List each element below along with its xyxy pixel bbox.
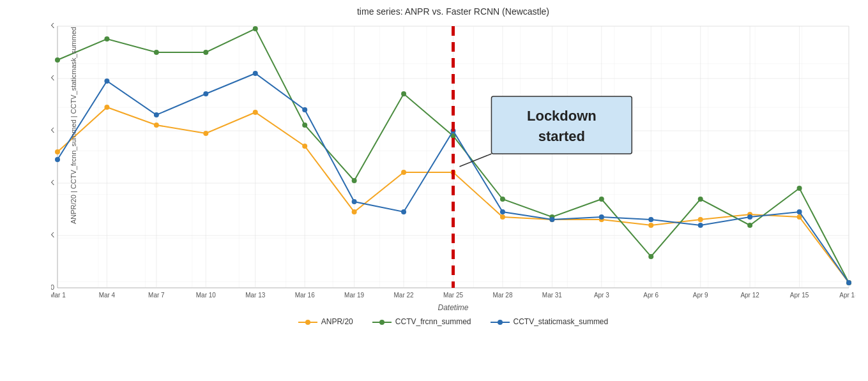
frcnn-dot [302,123,307,128]
anpr-dot [203,131,208,136]
svg-text:Mar 31: Mar 31 [542,292,563,299]
staticmask-dot [55,157,60,162]
frcnn-dot [352,178,357,183]
staticmask-dot [698,223,703,228]
frcnn-dot [55,57,60,63]
staticmask-dot [500,209,505,214]
svg-text:2K: 2K [51,179,55,186]
svg-text:Mar 10: Mar 10 [196,292,217,299]
svg-text:Apr 6: Apr 6 [643,292,659,299]
legend-label-staticmask: CCTV_staticmask_summed [514,317,609,326]
staticmask-dot [352,199,357,204]
anpr-dot [253,110,258,115]
staticmask-dot [599,214,604,220]
anpr-dot [302,144,307,149]
frcnn-dot [500,197,505,202]
svg-text:3K: 3K [51,126,55,134]
staticmask-dot [747,214,752,220]
frcnn-dot [154,50,159,55]
svg-text:Apr 18: Apr 18 [839,292,855,299]
annotation-text-line2: started [538,128,585,144]
frcnn-dot [253,26,258,31]
annotation-text-line1: Lockdown [527,108,597,124]
svg-text:4K: 4K [51,74,55,82]
chart-svg: 0 1K 2K 3K 4K 5K Mar 1 Mar 4 Mar 7 Mar 1… [51,20,855,301]
svg-text:Apr 3: Apr 3 [594,292,609,299]
legend: ANPR/20 CCTV_frcnn_summed CCTV_staticmas… [51,317,855,326]
frcnn-dot [747,223,752,228]
staticmask-dot [253,71,258,76]
svg-text:Mar 4: Mar 4 [99,292,116,299]
svg-text:0: 0 [51,283,54,291]
svg-text:Apr 15: Apr 15 [790,292,809,299]
anpr-dot [500,214,505,220]
staticmask-dot [648,217,653,222]
legend-line-anpr [298,322,317,323]
staticmask-dot [203,91,208,96]
anpr-dot [154,123,159,128]
svg-text:1K: 1K [51,231,55,239]
frcnn-dot [203,50,208,55]
staticmask-dot [401,209,406,214]
svg-text:Mar 28: Mar 28 [492,292,513,299]
anpr-dot [104,105,109,110]
legend-line-frcnn [372,322,392,323]
staticmask-dot [797,209,802,214]
svg-text:Mar 22: Mar 22 [394,292,415,299]
svg-text:Apr 12: Apr 12 [740,292,759,299]
staticmask-dot [549,217,554,222]
staticmask-dot [302,107,307,112]
frcnn-dot [599,197,604,202]
legend-item-anpr: ANPR/20 [298,317,353,326]
staticmask-dot [104,78,109,84]
chart-area: ANPR/20 | CCTV_frcnn_summed | CCTV_stati… [51,20,855,301]
chart-title: time series: ANPR vs. Faster RCNN (Newca… [51,6,855,17]
legend-label-frcnn: CCTV_frcnn_summed [395,317,471,326]
chart-container: time series: ANPR vs. Faster RCNN (Newca… [0,0,868,381]
svg-text:Mar 25: Mar 25 [443,292,464,299]
svg-text:Mar 1: Mar 1 [51,292,66,299]
anpr-dot [648,223,653,228]
legend-label-anpr: ANPR/20 [321,317,353,326]
legend-item-frcnn: CCTV_frcnn_summed [372,317,471,326]
svg-text:Apr 9: Apr 9 [693,292,708,299]
legend-item-staticmask: CCTV_staticmask_summed [491,317,609,326]
frcnn-dot [648,254,653,259]
frcnn-dot [698,197,703,202]
frcnn-dot [104,36,109,41]
y-axis-label: ANPR/20 | CCTV_frcnn_summed | CCTV_stati… [70,96,77,224]
x-axis-label: Datetime [51,303,855,312]
anpr-dot [401,170,406,175]
frcnn-dot [797,186,802,191]
svg-text:Mar 16: Mar 16 [295,292,316,299]
svg-text:5K: 5K [51,22,55,29]
legend-line-staticmask [491,322,510,323]
staticmask-dot [154,112,159,117]
svg-text:Mar 7: Mar 7 [148,292,165,299]
annotation-box [491,96,632,154]
anpr-dot [352,209,357,214]
staticmask-dot [846,280,851,285]
svg-text:Mar 19: Mar 19 [344,292,365,299]
svg-text:Mar 13: Mar 13 [245,292,266,299]
anpr-dot [55,149,60,154]
frcnn-dot [401,91,406,96]
anpr-dot [698,217,703,222]
